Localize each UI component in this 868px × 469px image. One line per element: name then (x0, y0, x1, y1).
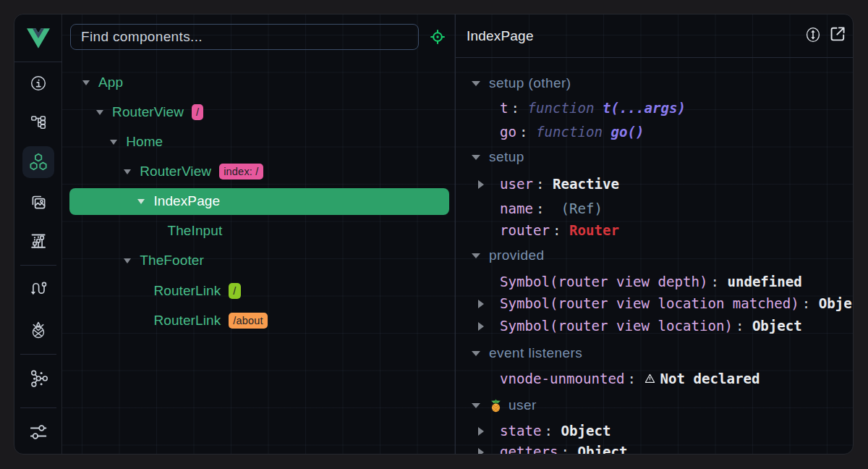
caret-down-icon[interactable] (110, 140, 117, 145)
caret-down-icon[interactable] (124, 258, 131, 263)
tree-node-thefooter[interactable]: TheFooter (62, 246, 455, 276)
devtools-window: AppRouterView/HomeRouterViewindex: /Inde… (14, 14, 854, 455)
tree-node-label: RouterViewindex: / (140, 164, 263, 179)
caret-down-icon[interactable] (472, 253, 480, 258)
sidebar-item-router[interactable] (22, 272, 54, 304)
property-text[interactable]: vnode-unmounted: Not declared (500, 368, 760, 390)
tree-node-routerview[interactable]: RouterView/ (62, 97, 455, 127)
property-row-Symbol-router-view-location-: Symbol(router view location): Object (456, 316, 854, 337)
caret-down-icon[interactable] (472, 155, 480, 160)
caret-down-icon[interactable] (137, 199, 145, 204)
tree-node-routerlink[interactable]: RouterLink/ (62, 276, 455, 305)
section-label: setup (489, 146, 524, 168)
sidebar-item-pinia[interactable] (22, 314, 54, 346)
route-icon (30, 279, 47, 297)
property-row-t: t: function t(...args) (456, 98, 854, 119)
property-text[interactable]: name: (Ref) (500, 198, 603, 220)
sidebar-item-overview[interactable] (22, 67, 54, 99)
property-row-getters: getters: Object (456, 441, 854, 454)
sidebar-item-components[interactable] (22, 146, 54, 178)
tree-node-label: IndexPage (153, 193, 220, 209)
tree-node-routerlink[interactable]: RouterLink/about (62, 305, 455, 335)
inspector-title: IndexPage (467, 28, 534, 44)
caret-down-icon[interactable] (124, 169, 131, 174)
sliders-icon (30, 423, 47, 441)
sidebar-divider (14, 62, 62, 62)
pineapple-icon (30, 321, 47, 339)
tree-node-routerview[interactable]: RouterViewindex: / (62, 156, 455, 186)
sidebar-item-settings[interactable] (22, 416, 54, 448)
caret-right-icon[interactable] (478, 300, 484, 308)
sidebar-divider (20, 354, 56, 355)
tree-node-label: TheFooter (140, 253, 204, 269)
section-setup: setup (456, 146, 854, 168)
section-label: event listeners (489, 342, 582, 364)
tree-node-theinput[interactable]: TheInput (62, 216, 455, 246)
inspector-panel: IndexPage setup (other)t: function t(...… (456, 14, 854, 454)
section-event-listeners: event listeners (456, 342, 854, 364)
tree-node-label: Home (126, 134, 163, 150)
vue-logo-icon[interactable] (27, 28, 50, 48)
expand-vertical-circle-icon[interactable] (805, 26, 822, 45)
graph-icon (30, 370, 47, 387)
tree-node-label: RouterView/ (112, 104, 203, 120)
property-text[interactable]: user: Reactive (500, 174, 619, 195)
property-row-router: router: Router (456, 220, 854, 242)
route-badge: / (229, 283, 240, 299)
section-label: provided (489, 245, 544, 266)
sidebar-item-assets[interactable] (22, 186, 54, 218)
caret-down-icon[interactable] (472, 403, 480, 408)
property-text[interactable]: state: Object (500, 421, 610, 442)
sidebar-divider (20, 265, 56, 266)
caret-right-icon[interactable] (478, 427, 484, 436)
property-text[interactable]: getters: Object (500, 441, 627, 454)
caret-right-icon[interactable] (478, 180, 484, 189)
property-row-name: name: (Ref) (456, 198, 854, 220)
caret-right-icon[interactable] (478, 322, 484, 331)
tree-node-label: RouterLink/about (153, 313, 267, 329)
tree-node-label: RouterLink/ (153, 283, 240, 299)
sidebar-item-timeline[interactable] (22, 225, 54, 257)
inspector-header: IndexPage (456, 14, 854, 58)
property-text[interactable]: router: Router (500, 220, 619, 242)
caret-down-icon[interactable] (82, 80, 90, 85)
tree-node-label: TheInput (168, 223, 223, 239)
property-text[interactable]: Symbol(router view location matched): Ob… (500, 293, 854, 315)
open-in-new-icon[interactable] (829, 25, 846, 44)
section-setup-other-: setup (other) (456, 72, 854, 94)
property-row-vnode-unmounted: vnode-unmounted: Not declared (456, 368, 854, 390)
tree-node-app[interactable]: App (62, 67, 455, 97)
search-input[interactable] (70, 24, 419, 50)
section-label: setup (other) (489, 72, 571, 94)
sidebar-item-components-outline[interactable] (22, 106, 54, 138)
section-provided: provided (456, 245, 854, 266)
tree-node-home[interactable]: Home (62, 127, 455, 156)
route-badge: / (192, 104, 203, 120)
property-row-user: user: Reactive (456, 174, 854, 195)
property-row-Symbol-router-view-location-matched-: Symbol(router view location matched): Ob… (456, 293, 854, 315)
property-row-Symbol-router-view-depth-: Symbol(router view depth): undefined (456, 271, 854, 293)
property-row-state: state: Object (456, 421, 854, 442)
caret-down-icon[interactable] (472, 81, 480, 86)
caret-down-icon[interactable] (96, 110, 103, 115)
sidebar-item-graph[interactable] (22, 363, 54, 394)
property-row-go: go: function go() (456, 122, 854, 143)
caret-down-icon[interactable] (472, 351, 480, 356)
property-text[interactable]: t: function t(...args) (500, 98, 686, 119)
tree-view-icon (30, 114, 47, 131)
tree-node-label: App (98, 75, 123, 90)
sidebar-divider (20, 407, 56, 408)
property-text[interactable]: Symbol(router view location): Object (500, 316, 802, 337)
property-text[interactable]: Symbol(router view depth): undefined (500, 271, 802, 293)
tree-node-indexpage[interactable]: IndexPage (62, 187, 455, 216)
route-badge: index: / (219, 164, 263, 179)
property-text[interactable]: go: function go() (500, 122, 644, 143)
caret-right-icon[interactable] (478, 448, 484, 455)
timeline-icon (30, 232, 47, 250)
hexagons-icon (30, 153, 47, 171)
components-panel: AppRouterView/HomeRouterViewindex: /Inde… (62, 14, 455, 454)
images-icon (30, 193, 47, 211)
selected-row-highlight (69, 188, 449, 215)
target-icon[interactable] (430, 29, 446, 45)
section-label: user (489, 394, 537, 416)
